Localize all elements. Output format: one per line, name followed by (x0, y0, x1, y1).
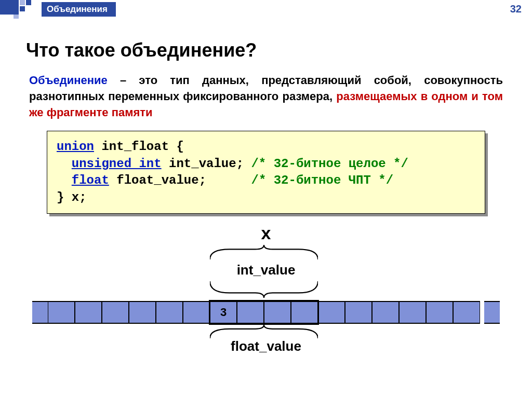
code-block: union int_float { unsigned int int_value… (47, 131, 485, 214)
corner-decoration-icon (0, 0, 41, 19)
brace-x-icon (210, 245, 318, 259)
memory-cell (102, 301, 129, 324)
code-keyword: union (57, 140, 94, 154)
memory-cell (426, 301, 453, 324)
code-keyword: unsigned int (72, 157, 162, 171)
memory-cell (237, 301, 264, 324)
svg-rect-2 (26, 0, 31, 5)
memory-cells: 3 (48, 301, 480, 324)
memory-cell (183, 301, 210, 324)
brace-float-icon (210, 325, 318, 338)
code-text: int_float { (94, 140, 184, 154)
diagram-label-x: x (32, 223, 500, 243)
code-text: float_value; (109, 173, 251, 187)
memory-edge-left (32, 301, 48, 324)
code-keyword: float (72, 173, 109, 187)
memory-edge-right (484, 301, 500, 324)
memory-cell (264, 301, 291, 324)
svg-rect-1 (20, 0, 25, 5)
svg-rect-3 (20, 6, 25, 11)
memory-cell (318, 301, 345, 324)
memory-cell (399, 301, 426, 324)
code-comment: /* 32-битное ЧПТ */ (251, 173, 393, 187)
memory-cell (156, 301, 183, 324)
svg-rect-4 (14, 15, 19, 19)
code-comment: /* 32-битное целое */ (251, 157, 408, 171)
code-text (57, 173, 72, 187)
memory-cell (291, 301, 318, 324)
code-text: int_value; (162, 157, 251, 171)
page-title: Что такое объединение? (26, 39, 532, 61)
memory-cell (345, 301, 372, 324)
memory-cell (453, 301, 480, 324)
diagram-label-float: float_value (32, 338, 500, 354)
code-text (57, 157, 72, 171)
memory-diagram: x int_value float_value 3 (32, 223, 500, 363)
definition-term: Объединение (29, 74, 108, 87)
definition-paragraph: Объединение – это тип данных, представля… (29, 73, 503, 120)
memory-cell (372, 301, 399, 324)
memory-cell (129, 301, 156, 324)
svg-rect-0 (0, 0, 19, 15)
memory-cell (75, 301, 102, 324)
code-text: } x; (57, 190, 87, 204)
memory-cell: 3 (210, 301, 237, 324)
brace-int-icon (210, 281, 318, 298)
breadcrumb: Объединения (42, 2, 116, 17)
memory-strip: 3 (32, 301, 500, 324)
page-number: 32 (510, 3, 522, 15)
diagram-label-int: int_value (32, 262, 500, 278)
memory-cell (48, 301, 75, 324)
